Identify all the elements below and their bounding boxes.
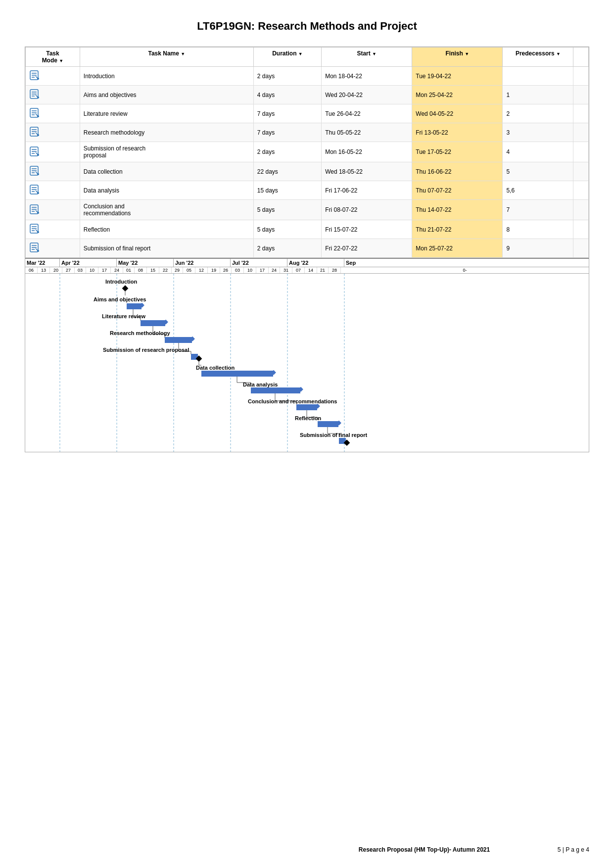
- svg-rect-66: [141, 320, 165, 326]
- finish-cell: Thu 21-07-22: [412, 220, 503, 239]
- start-cell: Mon 16-05-22: [322, 142, 412, 162]
- duration-cell: 2 days: [253, 67, 321, 86]
- table-row: Submission of final report 2 days Fri 22…: [26, 239, 589, 258]
- extra-cell: [573, 67, 589, 86]
- day-0x: 0-: [341, 267, 589, 273]
- finish-cell: Wed 04-05-22: [412, 104, 503, 123]
- start-cell: Tue 26-04-22: [322, 104, 412, 123]
- col-header-start[interactable]: Start ▼: [322, 48, 412, 67]
- col-header-taskmode[interactable]: TaskMode ▼: [26, 48, 80, 67]
- day-27: 27: [62, 267, 75, 273]
- svg-rect-89: [251, 387, 300, 393]
- svg-text:Research methodology: Research methodology: [110, 330, 171, 336]
- page: LT6P19GN: Research Methods and Project T…: [0, 0, 614, 868]
- task-mode-icon: [29, 89, 39, 99]
- table-row: Data collection 22 days Wed 18-05-22 Thu…: [26, 162, 589, 181]
- month-mar: Mar '22: [25, 259, 60, 267]
- col-header-taskname[interactable]: Task Name ▼: [80, 48, 253, 67]
- day-07: 07: [292, 267, 305, 273]
- day-08a: 08: [135, 267, 147, 273]
- task-mode-cell: [26, 239, 80, 258]
- predecessors-cell: 5: [503, 162, 573, 181]
- day-21: 21: [317, 267, 329, 273]
- start-cell: Fri 08-07-22: [322, 200, 412, 220]
- day-01: 01: [123, 267, 135, 273]
- col-header-finish[interactable]: Finish ▼: [412, 48, 503, 67]
- svg-point-44: [37, 231, 39, 233]
- task-name-cell: Literature review: [80, 104, 253, 123]
- predecessors-cell: 8: [503, 220, 573, 239]
- task-name-cell: Data collection: [80, 162, 253, 181]
- task-name-cell: Conclusion andrecommendations: [80, 200, 253, 220]
- finish-cell: Mon 25-04-22: [412, 86, 503, 104]
- task-name-cell: Introduction: [80, 67, 253, 86]
- predecessors-cell: 3: [503, 123, 573, 142]
- task-name-cell: Aims and objectives: [80, 86, 253, 104]
- month-aug: Aug '22: [287, 259, 344, 267]
- svg-rect-60: [127, 303, 142, 309]
- day-28: 28: [329, 267, 341, 273]
- day-10a: 10: [86, 267, 98, 273]
- gantt-chart-section: Mar '22 Apr '22 May '22 Jun '22 Jul '22 …: [25, 258, 589, 452]
- svg-point-39: [37, 212, 39, 214]
- duration-cell: 22 days: [253, 162, 321, 181]
- predecessors-cell: 7: [503, 200, 573, 220]
- svg-text:Aims and objectives: Aims and objectives: [94, 296, 146, 302]
- svg-point-49: [37, 250, 39, 252]
- day-14: 14: [305, 267, 317, 273]
- extra-cell: [573, 220, 589, 239]
- task-mode-icon: [29, 204, 39, 215]
- table-row: Introduction 2 days Mon 18-04-22 Tue 19-…: [26, 67, 589, 86]
- svg-point-24: [37, 154, 39, 156]
- svg-text:Data collection: Data collection: [196, 365, 235, 371]
- task-mode-icon: [29, 242, 39, 253]
- duration-cell: 4 days: [253, 86, 321, 104]
- extra-cell: [573, 104, 589, 123]
- duration-cell: 7 days: [253, 123, 321, 142]
- day-19: 19: [208, 267, 220, 273]
- task-mode-icon: [29, 107, 39, 118]
- footer-page: 5 | P a g e 4: [558, 846, 589, 853]
- footer-center: Research Proposal (HM Top-Up)- Autumn 20…: [291, 846, 557, 853]
- gantt-svg: Introduction Aims and objectives Literat…: [25, 274, 589, 452]
- extra-cell: [573, 200, 589, 220]
- footer: Research Proposal (HM Top-Up)- Autumn 20…: [25, 846, 589, 853]
- svg-rect-72: [165, 337, 192, 343]
- day-29: 29: [172, 267, 183, 273]
- svg-text:Conclusion and recommendations: Conclusion and recommendations: [248, 398, 337, 404]
- extra-cell: [573, 123, 589, 142]
- task-mode-cell: [26, 162, 80, 181]
- extra-cell: [573, 181, 589, 200]
- col-header-predecessors[interactable]: Predecessors ▼: [503, 48, 573, 67]
- day-06: 06: [25, 267, 38, 273]
- task-mode-cell: [26, 220, 80, 239]
- day-26: 26: [220, 267, 232, 273]
- month-jul: Jul '22: [231, 259, 287, 267]
- start-cell: Wed 18-05-22: [322, 162, 412, 181]
- svg-text:Introduction: Introduction: [105, 279, 137, 285]
- task-mode-cell: [26, 104, 80, 123]
- finish-cell: Tue 17-05-22: [412, 142, 503, 162]
- task-mode-cell: [26, 67, 80, 86]
- predecessors-cell: 2: [503, 104, 573, 123]
- svg-point-4: [37, 78, 39, 80]
- day-17b: 17: [256, 267, 269, 273]
- task-mode-cell: [26, 142, 80, 162]
- month-may: May '22: [117, 259, 174, 267]
- predecessors-cell: 5,6: [503, 181, 573, 200]
- start-cell: Thu 05-05-22: [322, 123, 412, 142]
- task-mode-icon: [29, 223, 39, 234]
- duration-cell: 5 days: [253, 220, 321, 239]
- finish-cell: Thu 07-07-22: [412, 181, 503, 200]
- gantt-body: Introduction Aims and objectives Literat…: [25, 274, 589, 452]
- day-31: 31: [280, 267, 292, 273]
- svg-rect-101: [318, 421, 338, 427]
- task-mode-icon: [29, 146, 39, 157]
- svg-point-9: [37, 96, 39, 98]
- day-10b: 10: [244, 267, 256, 273]
- svg-text:Literature review: Literature review: [102, 313, 145, 319]
- svg-point-14: [37, 115, 39, 117]
- col-header-duration[interactable]: Duration ▼: [253, 48, 321, 67]
- month-header-row: Mar '22 Apr '22 May '22 Jun '22 Jul '22 …: [25, 259, 589, 267]
- duration-cell: 2 days: [253, 239, 321, 258]
